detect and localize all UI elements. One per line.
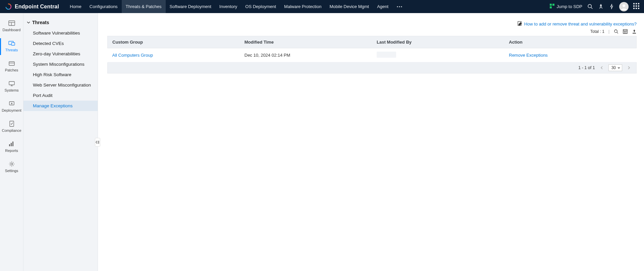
- rail-label: Systems: [4, 88, 18, 92]
- apps-grid-icon[interactable]: [633, 3, 639, 10]
- page-size-value: 30: [611, 65, 616, 70]
- table-search-icon[interactable]: [613, 29, 619, 34]
- rail-item-patches[interactable]: Patches: [0, 57, 23, 77]
- main-menu-more[interactable]: [392, 6, 407, 8]
- total-count: Total : 1: [590, 29, 604, 34]
- svg-point-1: [399, 6, 400, 7]
- bolt-icon[interactable]: [608, 4, 614, 10]
- top-nav: Endpoint Central HomeConfigurationsThrea…: [0, 0, 644, 13]
- col-header-custom-group[interactable]: Custom Group: [108, 36, 240, 48]
- chevron-down-icon: [27, 20, 30, 25]
- svg-rect-41: [623, 30, 627, 34]
- remove-exceptions-link[interactable]: Remove Exceptions: [509, 53, 548, 58]
- export-icon[interactable]: [632, 29, 637, 34]
- side-item[interactable]: High Risk Software: [23, 69, 98, 80]
- rail-label: Compliance: [2, 128, 21, 132]
- pagination-range: 1 - 1 of 1: [578, 65, 595, 70]
- svg-point-0: [397, 6, 398, 7]
- deployment-icon: [8, 101, 15, 106]
- col-header-action[interactable]: Action: [504, 36, 636, 48]
- rail-item-settings[interactable]: Settings: [0, 157, 23, 177]
- svg-rect-19: [9, 21, 15, 25]
- main-content: How to add or remove threat and vulnerab…: [98, 13, 644, 271]
- rail-item-deployment[interactable]: Deployment: [0, 97, 23, 117]
- exceptions-table: Custom Group Modified Time Last Modified…: [107, 36, 637, 62]
- table-row: All Computers GroupDec 10, 2024 02:14 PM…: [108, 48, 637, 62]
- last-modified-by-cell: [372, 48, 504, 62]
- rail-item-dashboard[interactable]: Dashboard: [0, 16, 23, 37]
- main-menu-item[interactable]: Software Deployment: [166, 0, 215, 13]
- group-link[interactable]: All Computers Group: [112, 53, 153, 58]
- svg-rect-11: [636, 3, 637, 4]
- patches-icon: [8, 61, 15, 66]
- svg-rect-33: [12, 142, 13, 146]
- rail-label: Deployment: [2, 108, 21, 112]
- main-menu-item[interactable]: Agent: [373, 0, 392, 13]
- side-item[interactable]: Zero-day Vulnerabilities: [23, 49, 98, 59]
- svg-point-2: [401, 6, 402, 7]
- help-link[interactable]: How to add or remove threat and vulnerab…: [518, 21, 637, 27]
- jump-to-sdp-link[interactable]: Jump to SDP: [550, 4, 582, 9]
- main-menu-item[interactable]: Malware Protection: [280, 0, 325, 13]
- search-icon[interactable]: [587, 4, 593, 10]
- prev-page-button[interactable]: [599, 65, 604, 70]
- svg-rect-18: [638, 8, 639, 9]
- svg-rect-3: [550, 4, 552, 6]
- rail-item-compliance[interactable]: Compliance: [0, 117, 23, 137]
- svg-point-39: [614, 30, 617, 32]
- dashboard-icon: [8, 20, 15, 26]
- side-item[interactable]: Software Vulnerabilities: [23, 28, 98, 38]
- threats-icon: [8, 41, 15, 46]
- side-item[interactable]: Manage Exceptions: [23, 101, 98, 111]
- svg-point-6: [588, 4, 591, 8]
- svg-rect-13: [633, 5, 635, 7]
- next-page-button[interactable]: [626, 65, 632, 70]
- help-link-text: How to add or remove threat and vulnerab…: [524, 21, 637, 26]
- side-item[interactable]: Port Audit: [23, 90, 98, 101]
- rail-label: Settings: [5, 169, 18, 173]
- page-size-select[interactable]: 30: [608, 64, 622, 71]
- main-menu-item[interactable]: Mobile Device Mgmt: [325, 0, 373, 13]
- side-item[interactable]: Detected CVEs: [23, 38, 98, 49]
- columns-icon[interactable]: [623, 29, 628, 34]
- svg-point-9: [623, 4, 625, 7]
- svg-rect-24: [9, 62, 14, 65]
- col-header-modified-time[interactable]: Modified Time: [240, 36, 372, 48]
- main-menu-item[interactable]: Home: [66, 0, 86, 13]
- rail-item-reports[interactable]: Reports: [0, 137, 23, 157]
- rail-label: Reports: [5, 149, 18, 153]
- svg-rect-14: [636, 5, 637, 7]
- col-header-last-modified-by[interactable]: Last Modified By: [372, 36, 504, 48]
- brand-section[interactable]: Endpoint Central: [0, 3, 66, 10]
- compliance-icon: [8, 121, 15, 126]
- main-menu-item[interactable]: OS Deployment: [241, 0, 280, 13]
- user-avatar[interactable]: [619, 2, 629, 11]
- svg-rect-5: [550, 6, 552, 8]
- main-menu: HomeConfigurationsThreats & PatchesSoftw…: [66, 0, 392, 13]
- main-menu-item[interactable]: Threats & Patches: [122, 0, 166, 13]
- jump-to-sdp-label: Jump to SDP: [556, 4, 582, 9]
- side-sub-items: Software VulnerabilitiesDetected CVEsZer…: [23, 28, 98, 111]
- svg-line-40: [617, 32, 618, 34]
- main-menu-item[interactable]: Configurations: [86, 0, 122, 13]
- svg-rect-16: [633, 8, 635, 9]
- side-item[interactable]: System Misconfigurations: [23, 59, 98, 69]
- svg-rect-32: [11, 143, 12, 146]
- rail-label: Patches: [5, 68, 18, 72]
- brand-name: Endpoint Central: [15, 4, 59, 10]
- svg-point-34: [11, 163, 13, 165]
- edit-note-icon: [518, 21, 522, 27]
- reports-icon: [8, 141, 15, 147]
- main-menu-item[interactable]: Inventory: [215, 0, 241, 13]
- svg-rect-17: [636, 8, 637, 9]
- side-group-header[interactable]: Threats: [23, 18, 98, 28]
- svg-rect-45: [633, 33, 636, 34]
- rocket-icon[interactable]: [598, 4, 604, 10]
- systems-icon: [8, 81, 15, 86]
- rail-item-systems[interactable]: Systems: [0, 77, 23, 97]
- rail-label: Dashboard: [3, 28, 21, 32]
- brand-logo-icon: [5, 3, 12, 10]
- side-item[interactable]: Web Server Misconfiguration: [23, 80, 98, 90]
- rail-item-threats[interactable]: Threats: [0, 37, 23, 57]
- top-right-actions: Jump to SDP: [550, 0, 644, 13]
